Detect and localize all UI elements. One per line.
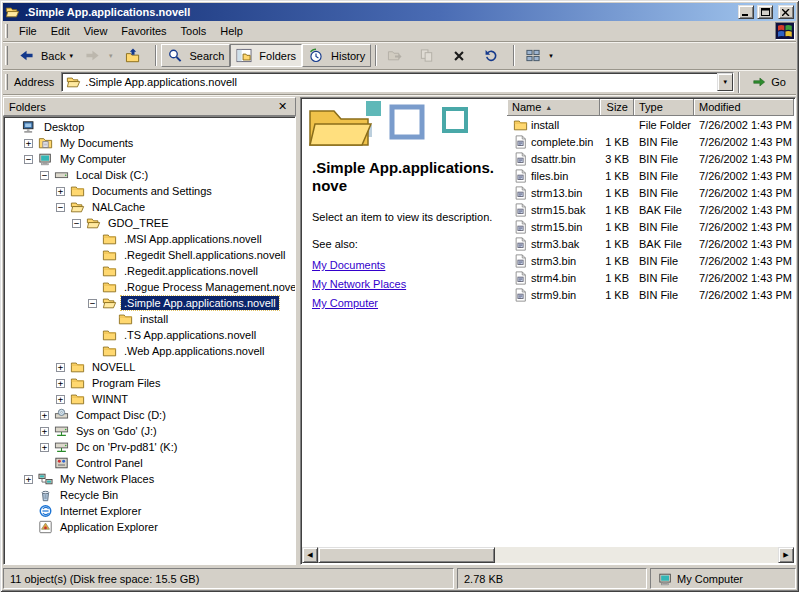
file-row[interactable]: strm4.bin1 KBBIN File7/26/2002 1:43 PM [507, 269, 794, 286]
up-button[interactable] [119, 44, 151, 67]
file-size: 1 KB [600, 289, 634, 301]
scrollbar-track[interactable] [495, 547, 778, 563]
toolbar-grip[interactable] [5, 46, 8, 65]
no-expander [88, 235, 97, 244]
column-header-size[interactable]: Size [600, 99, 634, 116]
horizontal-scrollbar[interactable]: ◀ ▶ [302, 547, 794, 563]
move-to-button[interactable] [381, 44, 413, 67]
tree-item[interactable]: +Documents and Settings [4, 183, 295, 199]
tree-item[interactable]: .Rogue Process Management.novell [4, 279, 295, 295]
expand-plus-icon[interactable]: + [56, 379, 65, 388]
column-header-type[interactable]: Type [634, 99, 694, 116]
tree-item[interactable]: Internet Explorer [4, 503, 295, 519]
tree-item[interactable]: .Web App.applications.novell [4, 343, 295, 359]
tree-item[interactable]: +Compact Disc (D:) [4, 407, 295, 423]
file-row[interactable]: strm3.bak1 KBBAK File7/26/2002 1:43 PM [507, 235, 794, 252]
link-my-computer[interactable]: My Computer [312, 297, 378, 309]
file-type: BIN File [634, 136, 694, 148]
expand-plus-icon[interactable]: + [56, 395, 65, 404]
collapse-minus-icon[interactable]: − [88, 299, 97, 308]
file-size: 1 KB [600, 238, 634, 250]
link-my-network-places[interactable]: My Network Places [312, 278, 406, 290]
tree-item[interactable]: −GDO_TREE [4, 215, 295, 231]
tree-item[interactable]: +Program Files [4, 375, 295, 391]
maximize-button[interactable] [757, 5, 773, 19]
tree-item[interactable]: +My Network Places [4, 471, 295, 487]
column-header-modified[interactable]: Modified [694, 99, 794, 116]
column-header-name[interactable]: Name▲ [507, 99, 600, 116]
address-grip[interactable] [5, 74, 8, 91]
address-dropdown-button[interactable]: ▾ [717, 73, 733, 91]
tree-item[interactable]: −.Simple App.applications.novell [4, 295, 295, 311]
tree-item[interactable]: .MSI App.applications.novell [4, 231, 295, 247]
file-row[interactable]: strm9.bin1 KBBIN File7/26/2002 1:43 PM [507, 286, 794, 303]
expand-plus-icon[interactable]: + [40, 411, 49, 420]
forward-button[interactable]: ▾ [79, 44, 119, 67]
collapse-minus-icon[interactable]: − [24, 155, 33, 164]
tree-item[interactable]: +Dc on 'Prv-pd81' (K:) [4, 439, 295, 455]
file-row[interactable]: strm15.bin1 KBBIN File7/26/2002 1:43 PM [507, 218, 794, 235]
tree-item[interactable]: +NOVELL [4, 359, 295, 375]
tree-item[interactable]: −NALCache [4, 199, 295, 215]
menu-item-favorites[interactable]: Favorites [114, 22, 173, 40]
address-input[interactable]: .Simple App.applications.novell ▾ [61, 72, 734, 92]
tree-item[interactable]: +WINNT [4, 391, 295, 407]
tree-item[interactable]: Control Panel [4, 455, 295, 471]
scroll-right-button[interactable]: ▶ [778, 547, 794, 563]
tree-item[interactable]: install [4, 311, 295, 327]
expand-plus-icon[interactable]: + [40, 427, 49, 436]
copy-to-button[interactable] [413, 44, 445, 67]
scroll-left-button[interactable]: ◀ [302, 547, 318, 563]
menu-item-edit[interactable]: Edit [44, 22, 77, 40]
tree-item[interactable]: +Sys on 'Gdo' (J:) [4, 423, 295, 439]
folders-panel-close-button[interactable]: ✕ [275, 100, 290, 114]
minimize-button[interactable] [738, 5, 754, 19]
menu-item-view[interactable]: View [77, 22, 115, 40]
back-button[interactable]: Back ▾ [12, 44, 79, 67]
expand-plus-icon[interactable]: + [56, 363, 65, 372]
file-row[interactable]: dsattr.bin3 KBBIN File7/26/2002 1:43 PM [507, 150, 794, 167]
file-row[interactable]: strm3.bin1 KBBIN File7/26/2002 1:43 PM [507, 252, 794, 269]
menu-item-help[interactable]: Help [213, 22, 250, 40]
tree-item-label: GDO_TREE [105, 216, 172, 230]
delete-button[interactable] [445, 44, 477, 67]
expand-plus-icon[interactable]: + [56, 187, 65, 196]
explorer-window: .Simple App.applications.novell FileEdit… [0, 0, 799, 592]
close-button[interactable] [778, 5, 794, 19]
tree-item[interactable]: Desktop [4, 119, 295, 135]
collapse-minus-icon[interactable]: − [72, 219, 81, 228]
file-row[interactable]: strm15.bak1 KBBAK File7/26/2002 1:43 PM [507, 201, 794, 218]
scrollbar-thumb[interactable] [318, 547, 495, 563]
tree-item[interactable]: −Local Disk (C:) [4, 167, 295, 183]
menu-grip[interactable] [5, 24, 8, 38]
tree-item[interactable]: .Regedit.applications.novell [4, 263, 295, 279]
menu-item-tools[interactable]: Tools [174, 22, 214, 40]
expand-plus-icon[interactable]: + [24, 139, 33, 148]
tree-item[interactable]: Application Explorer [4, 519, 295, 535]
file-row[interactable]: complete.bin1 KBBIN File7/26/2002 1:43 P… [507, 133, 794, 150]
collapse-minus-icon[interactable]: − [40, 171, 49, 180]
file-row[interactable]: installFile Folder7/26/2002 1:43 PM [507, 116, 794, 133]
go-button[interactable]: Go [744, 71, 793, 94]
status-zone: My Computer [650, 568, 796, 589]
undo-button[interactable] [477, 44, 509, 67]
views-button[interactable]: ▾ [519, 44, 559, 67]
file-row[interactable]: files.bin1 KBBIN File7/26/2002 1:43 PM [507, 167, 794, 184]
tree-item[interactable]: −My Computer [4, 151, 295, 167]
file-row[interactable]: strm13.bin1 KBBIN File7/26/2002 1:43 PM [507, 184, 794, 201]
tree-item[interactable]: .Regedit Shell.applications.novell [4, 247, 295, 263]
collapse-minus-icon[interactable]: − [56, 203, 65, 212]
search-button[interactable]: Search [161, 44, 231, 67]
folders-button[interactable]: Folders [230, 44, 302, 67]
tree-item[interactable]: Recycle Bin [4, 487, 295, 503]
menu-item-file[interactable]: File [12, 22, 44, 40]
expand-plus-icon[interactable]: + [40, 443, 49, 452]
tree-item[interactable]: +My Documents [4, 135, 295, 151]
expand-plus-icon[interactable]: + [24, 475, 33, 484]
history-button[interactable]: History [302, 44, 371, 67]
tree-item[interactable]: .TS App.applications.novell [4, 327, 295, 343]
link-my-documents[interactable]: My Documents [312, 259, 385, 271]
views-grid-icon [525, 48, 541, 63]
file-type: BIN File [634, 221, 694, 233]
status-objects: 11 object(s) (Disk free space: 15.5 GB) [3, 568, 454, 589]
